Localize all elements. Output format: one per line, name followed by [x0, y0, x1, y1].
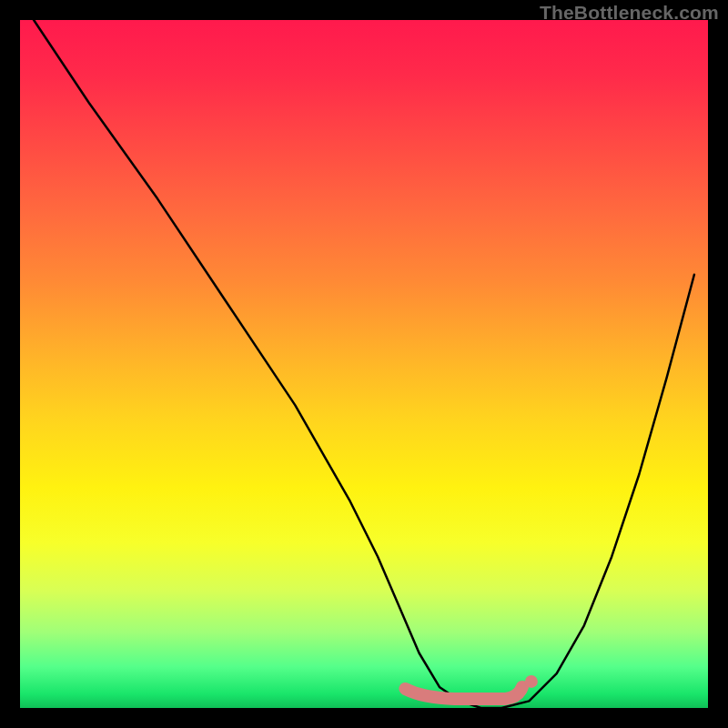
trough-marker-dot [525, 675, 538, 688]
trough-marker-band [405, 687, 522, 699]
watermark-text: TheBottleneck.com [540, 2, 719, 24]
chart-frame: TheBottleneck.com [0, 0, 728, 728]
bottleneck-curve [34, 20, 694, 708]
plot-area [20, 20, 708, 708]
curve-layer [20, 20, 708, 708]
